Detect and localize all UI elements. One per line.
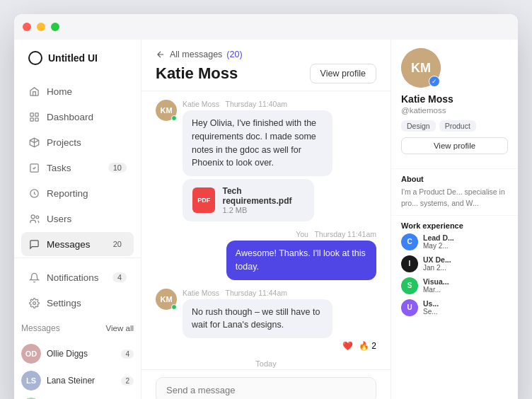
list-item[interactable]: LS Lana Steiner 2: [21, 367, 134, 394]
nav-label: Reporting: [47, 188, 88, 199]
bell-icon: [28, 272, 40, 283]
work-role: Visua...: [423, 277, 449, 286]
nav-label: Tasks: [47, 163, 71, 173]
chat-title-row: Katie Moss View profile: [156, 64, 376, 83]
profile-about-section: About I'm a Product De... specialise in …: [391, 168, 518, 215]
nav-label: Home: [47, 86, 72, 97]
work-company: Jan 2...: [423, 264, 451, 272]
table-row: KM Katie Moss Thursday 11:44am No rush t…: [156, 289, 376, 352]
reaction-heart: ❤️: [342, 341, 353, 351]
nav-label: Notifications: [47, 272, 99, 283]
back-link[interactable]: All messages (20): [156, 50, 376, 59]
message-row: KM Katie Moss Thursday 11:44am No rush t…: [156, 289, 376, 339]
msg-time: Thursday 11:44am: [226, 289, 288, 297]
msg-sender: Katie Moss: [183, 289, 219, 297]
view-all-link[interactable]: View all: [106, 324, 134, 332]
profile-name: Katie Moss: [401, 93, 508, 105]
profile-tag: Product: [439, 120, 476, 132]
msg-bubble: Hey Olivia, I've finished with the requi…: [183, 110, 332, 176]
online-indicator: [171, 115, 177, 121]
msg-meta: You Thursday 11:41am: [226, 230, 376, 238]
nav-label: Dashboard: [47, 112, 93, 122]
work-role: Lead D...: [423, 233, 454, 242]
work-title: Work experience: [401, 221, 508, 230]
tasks-icon: [28, 162, 40, 173]
list-item: S Visua... Mar...: [401, 277, 508, 294]
work-role: UX De...: [423, 255, 451, 264]
msg-count: 2: [121, 376, 134, 386]
avatar: KM: [156, 289, 177, 310]
msg-time: Thursday 11:41am: [314, 230, 376, 238]
company-icon: I: [401, 255, 418, 272]
online-indicator: [171, 304, 177, 310]
chat-title: Katie Moss: [156, 64, 238, 83]
list-item[interactable]: AL Andi Lane 6: [21, 394, 134, 399]
logo-icon: [28, 51, 42, 65]
table-row: You Thursday 11:41am Awesome! Thanks. I'…: [156, 230, 376, 280]
minimize-button[interactable]: [37, 23, 45, 31]
msg-content: Katie Moss Thursday 11:40am Hey Olivia, …: [183, 100, 332, 176]
maximize-button[interactable]: [51, 23, 59, 31]
sidebar-bottom: Notifications 4 Settings: [14, 258, 141, 316]
work-info: Lead D... May 2...: [423, 233, 454, 250]
sidebar-item-home[interactable]: Home: [21, 79, 134, 103]
projects-icon: [28, 137, 40, 148]
svg-rect-1: [35, 112, 37, 115]
msg-name: Ollie Diggs: [47, 349, 115, 359]
title-bar: [14, 14, 518, 40]
settings-icon: [28, 297, 40, 308]
sidebar-item-settings[interactable]: Settings: [21, 291, 134, 315]
sidebar-item-projects[interactable]: Projects: [21, 130, 134, 154]
list-item: U Us... Se...: [401, 299, 508, 316]
sidebar-item-notifications[interactable]: Notifications 4: [21, 265, 134, 289]
work-company: Se...: [423, 308, 439, 316]
company-icon: U: [401, 299, 418, 316]
sidebar: Untitled UI Home Dashboard: [14, 14, 141, 399]
sidebar-item-users[interactable]: Users: [21, 207, 134, 231]
profile-header: KM ✓ Katie Moss @katiemoss Design Produc…: [391, 40, 518, 168]
msg-count: 4: [121, 349, 134, 359]
messages-mini-section: Messages View all OD Ollie Diggs 4 LS La…: [14, 316, 141, 399]
attachment-name: Tech requirements.pdf: [222, 186, 304, 206]
messages-list: KM Katie Moss Thursday 11:40am Hey Olivi…: [141, 91, 391, 369]
attachment-size: 1.2 MB: [222, 206, 304, 214]
attachment-info: Tech requirements.pdf 1.2 MB: [222, 186, 304, 214]
sidebar-item-dashboard[interactable]: Dashboard: [21, 105, 134, 129]
work-info: Us... Se...: [423, 299, 439, 316]
profile-work-section: Work experience C Lead D... May 2... I U…: [391, 215, 518, 327]
notifications-badge: 4: [112, 272, 127, 282]
msg-content: PDF Tech requirements.pdf 1.2 MB: [183, 179, 314, 221]
view-profile-button[interactable]: View profile: [310, 64, 376, 83]
msg-bubble: Awesome! Thanks. I'll look at this today…: [226, 241, 376, 280]
app-title: Untitled UI: [48, 52, 98, 64]
work-role: Us...: [423, 299, 439, 308]
message-row-outgoing: You Thursday 11:41am Awesome! Thanks. I'…: [156, 230, 376, 280]
sidebar-item-tasks[interactable]: Tasks 10: [21, 156, 134, 180]
sidebar-item-reporting[interactable]: Reporting: [21, 181, 134, 205]
users-icon: [28, 213, 40, 224]
svg-rect-2: [30, 117, 33, 120]
attachment-bubble: PDF Tech requirements.pdf 1.2 MB: [183, 179, 314, 221]
avatar-img: OD: [21, 344, 41, 364]
work-info: Visua... Mar...: [423, 277, 449, 294]
about-text: I'm a Product De... specialise in pro...…: [401, 187, 508, 209]
reactions: ❤️ 🔥 2: [156, 341, 376, 351]
svg-rect-0: [30, 112, 33, 115]
verified-badge: ✓: [429, 76, 440, 87]
profile-avatar-wrap: KM ✓: [401, 48, 441, 88]
profile-handle: @katiemoss: [401, 106, 508, 115]
msg-name: Lana Steiner: [47, 376, 115, 386]
avatar: LS: [21, 371, 41, 391]
avatar: KM: [156, 100, 177, 121]
work-company: Mar...: [423, 286, 449, 294]
dashboard-icon: [28, 111, 40, 122]
chat-header: All messages (20) Katie Moss View profil…: [141, 40, 391, 91]
close-button[interactable]: [23, 23, 31, 31]
sidebar-item-messages[interactable]: Messages 20: [21, 232, 134, 256]
profile-view-button[interactable]: View profile: [401, 137, 508, 154]
chat-input[interactable]: [156, 377, 376, 399]
profile-tags: Design Product: [401, 120, 508, 132]
svg-point-6: [31, 214, 35, 218]
messages-mini-title: Messages: [21, 323, 60, 333]
list-item[interactable]: OD Ollie Diggs 4: [21, 340, 134, 367]
